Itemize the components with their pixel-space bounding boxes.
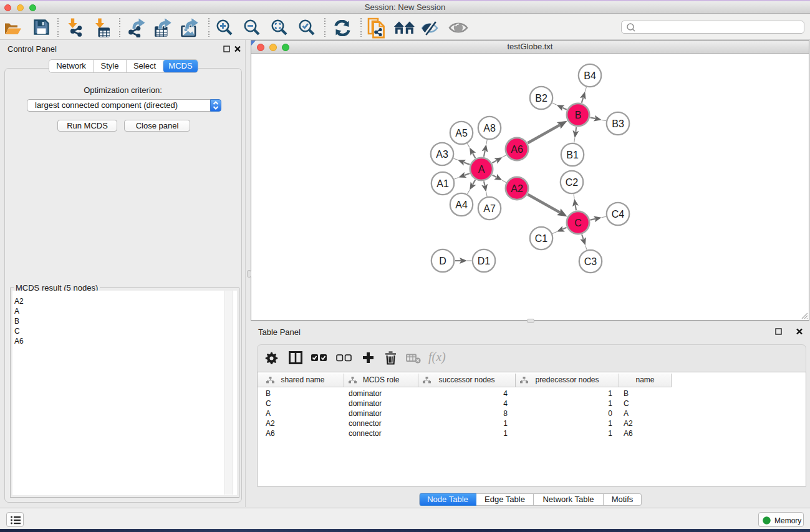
- svg-text:B1: B1: [566, 150, 579, 160]
- svg-text:C1: C1: [535, 233, 548, 244]
- svg-text:A1: A1: [436, 178, 449, 189]
- svg-text:A5: A5: [455, 128, 468, 138]
- svg-text:C: C: [574, 218, 582, 228]
- svg-text:D: D: [439, 256, 446, 266]
- svg-text:A4: A4: [455, 200, 468, 210]
- svg-text:B2: B2: [535, 93, 547, 104]
- svg-text:A3: A3: [436, 149, 448, 160]
- svg-text:C3: C3: [584, 256, 597, 267]
- svg-text:B3: B3: [612, 118, 624, 129]
- svg-text:D1: D1: [478, 256, 491, 266]
- svg-text:C4: C4: [612, 209, 625, 220]
- svg-text:A6: A6: [511, 144, 523, 155]
- svg-text:A7: A7: [483, 203, 496, 214]
- svg-text:B4: B4: [584, 70, 596, 81]
- svg-text:C2: C2: [566, 177, 579, 188]
- svg-text:A8: A8: [483, 123, 496, 133]
- svg-text:A2: A2: [511, 183, 523, 194]
- svg-text:A: A: [478, 164, 485, 175]
- svg-text:B: B: [575, 110, 582, 120]
